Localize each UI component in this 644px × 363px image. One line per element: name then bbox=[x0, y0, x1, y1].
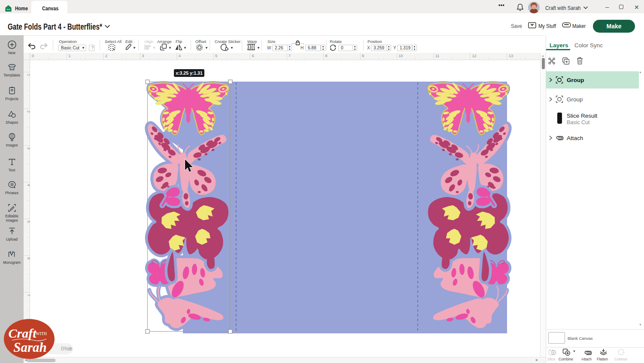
svg-text:12: 12 bbox=[472, 54, 476, 58]
svg-text:3: 3 bbox=[27, 147, 30, 149]
svg-text:1: 1 bbox=[69, 54, 71, 58]
svg-text:x:3.25 y:1.31: x:3.25 y:1.31 bbox=[176, 70, 203, 76]
svg-text:5: 5 bbox=[215, 54, 217, 58]
svg-text:1: 1 bbox=[27, 74, 30, 76]
svg-text:6: 6 bbox=[27, 257, 30, 259]
svg-text:13: 13 bbox=[509, 54, 513, 58]
svg-text:10: 10 bbox=[399, 54, 403, 58]
svg-text:7: 7 bbox=[289, 54, 291, 58]
svg-text:Sarah: Sarah bbox=[13, 340, 47, 355]
svg-text:3: 3 bbox=[142, 54, 144, 58]
svg-text:11: 11 bbox=[435, 54, 439, 58]
svg-text:8: 8 bbox=[325, 54, 328, 58]
svg-text:2: 2 bbox=[105, 54, 107, 58]
svg-text:7: 7 bbox=[27, 294, 30, 296]
svg-text:WITH: WITH bbox=[36, 331, 47, 336]
svg-text:9: 9 bbox=[362, 54, 364, 58]
svg-text:4: 4 bbox=[27, 184, 30, 186]
svg-text:Craft: Craft bbox=[8, 326, 37, 340]
svg-text:2: 2 bbox=[27, 110, 30, 113]
svg-text:6: 6 bbox=[252, 54, 254, 58]
svg-text:0: 0 bbox=[32, 54, 34, 58]
svg-text:5: 5 bbox=[27, 221, 30, 223]
svg-text:4: 4 bbox=[179, 54, 181, 58]
